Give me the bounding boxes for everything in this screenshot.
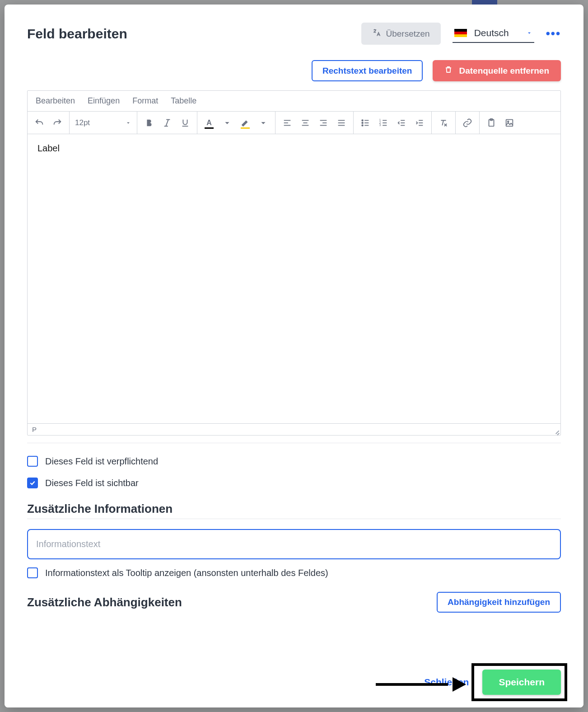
text-color-chevron[interactable] <box>219 115 235 131</box>
svg-text:3: 3 <box>379 123 381 126</box>
visible-checkbox-row[interactable]: Dieses Feld ist sichtbar <box>27 478 561 488</box>
add-dependency-button[interactable]: Abhängigkeit hinzufügen <box>437 592 561 613</box>
remove-datasource-label: Datenquelle entfernen <box>459 66 549 76</box>
edit-field-modal: Feld bearbeiten Übersetzen Deutsch ••• R… <box>5 5 583 707</box>
required-label: Dieses Feld ist verpflichtend <box>45 456 158 467</box>
divider <box>27 519 561 519</box>
menu-insert[interactable]: Einfügen <box>88 96 120 106</box>
image-button[interactable] <box>501 115 518 131</box>
menu-table[interactable]: Tabelle <box>171 96 196 106</box>
bold-button[interactable] <box>141 115 157 131</box>
redo-button[interactable] <box>49 115 65 131</box>
translate-icon <box>372 28 381 39</box>
svg-point-18 <box>362 120 363 121</box>
checkbox-icon <box>27 456 38 467</box>
close-button[interactable]: Schließen <box>424 677 469 688</box>
remove-datasource-button[interactable]: Datenquelle entfernen <box>433 60 561 81</box>
numbered-list-button[interactable]: 123 <box>375 115 392 131</box>
chevron-down-icon <box>125 120 131 126</box>
modal-footer: Schließen Speichern <box>5 659 583 707</box>
highlight-color-chevron[interactable] <box>255 115 271 131</box>
bullet-list-button[interactable] <box>357 115 373 131</box>
language-select[interactable]: Deutsch <box>453 25 534 43</box>
align-center-button[interactable] <box>297 115 313 131</box>
indent-button[interactable] <box>411 115 428 131</box>
rich-text-editor: Bearbeiten Einfügen Format Tabelle 12pt <box>27 90 561 436</box>
editor-content[interactable]: Label <box>28 134 560 423</box>
language-label: Deutsch <box>473 28 520 38</box>
more-menu-button[interactable]: ••• <box>546 27 561 41</box>
translate-button[interactable]: Übersetzen <box>361 23 440 45</box>
clear-format-button[interactable] <box>435 115 452 131</box>
align-justify-button[interactable] <box>333 115 350 131</box>
editor-menubar: Bearbeiten Einfügen Format Tabelle <box>28 91 560 112</box>
editor-toolbar: 12pt A <box>28 112 560 134</box>
divider <box>27 443 561 443</box>
required-checkbox-row[interactable]: Dieses Feld ist verpflichtend <box>27 456 561 467</box>
info-section-heading: Zusätzliche Informationen <box>27 502 561 516</box>
checkbox-icon <box>27 567 38 578</box>
svg-point-19 <box>362 122 363 123</box>
italic-button[interactable] <box>159 115 175 131</box>
paste-button[interactable] <box>483 115 499 131</box>
modal-title: Feld bearbeiten <box>27 26 127 42</box>
undo-button[interactable] <box>31 115 47 131</box>
save-button[interactable]: Speichern <box>482 670 561 695</box>
deps-section-heading: Zusätzliche Abhängigkeiten <box>27 595 182 609</box>
menu-format[interactable]: Format <box>132 96 158 106</box>
font-size-value: 12pt <box>75 118 90 127</box>
underline-button[interactable] <box>177 115 193 131</box>
tooltip-checkbox-row[interactable]: Informationstext als Tooltip anzeigen (a… <box>27 567 561 578</box>
flag-de-icon <box>454 29 467 37</box>
align-right-button[interactable] <box>315 115 331 131</box>
link-button[interactable] <box>459 115 476 131</box>
editor-statusbar: P <box>28 423 560 435</box>
resize-handle-icon[interactable] <box>553 428 560 434</box>
align-left-button[interactable] <box>279 115 295 131</box>
chevron-down-icon <box>526 30 532 36</box>
edit-legal-button[interactable]: Rechtstext bearbeiten <box>312 60 423 81</box>
checkbox-checked-icon <box>27 478 38 488</box>
editor-path: P <box>32 426 37 433</box>
text-color-button[interactable]: A <box>201 115 217 131</box>
outdent-button[interactable] <box>393 115 410 131</box>
highlight-color-button[interactable] <box>237 115 253 131</box>
font-size-select[interactable]: 12pt <box>70 112 137 134</box>
menu-edit[interactable]: Bearbeiten <box>36 96 75 106</box>
svg-line-4 <box>166 119 168 126</box>
info-text-input[interactable] <box>27 529 561 559</box>
svg-rect-40 <box>506 119 513 126</box>
translate-label: Übersetzen <box>386 29 429 39</box>
svg-point-41 <box>508 121 509 122</box>
trash-icon <box>444 66 453 76</box>
visible-label: Dieses Feld ist sichtbar <box>45 478 139 488</box>
tooltip-label: Informationstext als Tooltip anzeigen (a… <box>45 568 328 578</box>
svg-point-20 <box>362 125 363 126</box>
